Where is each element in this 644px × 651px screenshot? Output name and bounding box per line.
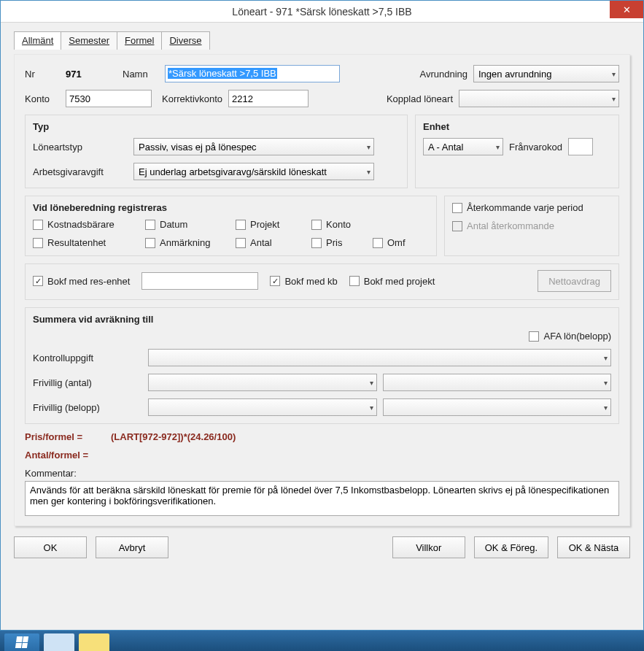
arbetsgivaravgift-label: Arbetsgivaravgift (33, 166, 128, 177)
chk-aterkommande[interactable]: Återkommande varje period (452, 202, 583, 213)
chevron-down-icon: ▾ (370, 404, 373, 412)
task-icon-2[interactable] (79, 633, 109, 651)
tab-diverse[interactable]: Diverse (161, 31, 209, 50)
kontrolluppgift-label: Kontrolluppgift (33, 353, 142, 363)
titlebar: Löneart - 971 *Särsk löneskatt >7,5 IBB … (1, 1, 643, 23)
chevron-down-icon: ▾ (367, 143, 371, 151)
footer-buttons: OK Avbryt Villkor OK & Föreg. OK & Nästa (14, 536, 630, 558)
namn-input-text: *Särsk löneskatt >7,5 IBB (168, 68, 277, 79)
tab-diverse-label: Diverse (169, 35, 201, 46)
chevron-down-icon: ▾ (604, 379, 608, 387)
bokf-resenhet-input[interactable] (141, 272, 258, 290)
close-button[interactable]: ✕ (610, 1, 643, 18)
konto-input[interactable] (66, 90, 152, 107)
frivillig-belopp-combo-2[interactable]: ▾ (383, 398, 612, 416)
korrkonto-input[interactable] (228, 90, 309, 107)
kontrolluppgift-combo[interactable]: ▾ (148, 349, 611, 366)
tab-formel[interactable]: Formel (117, 31, 162, 50)
frivillig-belopp-label: Frivillig (belopp) (33, 402, 142, 413)
avbryt-button[interactable]: Avbryt (96, 536, 168, 558)
vid-group: Vid löneberedning registreras Kostnadsbä… (25, 196, 437, 256)
chevron-down-icon: ▾ (370, 379, 373, 387)
chk-anmarkning[interactable]: Anmärkning (145, 237, 218, 248)
close-icon: ✕ (623, 4, 631, 15)
frivillig-antal-combo-1[interactable]: ▾ (148, 374, 377, 391)
tab-strip: Allmänt Semester Formel Diverse (14, 31, 630, 50)
chk-kostnadsbarare[interactable]: Kostnadsbärare (33, 219, 128, 230)
frivillig-belopp-combo-1[interactable]: ▾ (148, 398, 377, 416)
avrundning-value: Ingen avrundning (478, 69, 551, 80)
windows-icon (15, 636, 28, 648)
tab-semester[interactable]: Semester (61, 31, 117, 50)
kommentar-label: Kommentar: (25, 468, 619, 479)
chk-antal-aterkommande: Antal återkommande (452, 220, 554, 231)
tab-semester-label: Semester (69, 35, 109, 46)
chk-bokf-projekt[interactable]: Bokf med projekt (349, 276, 435, 287)
chk-bokf-resenhet[interactable]: ✓Bokf med res-enhet (33, 276, 130, 287)
chevron-down-icon: ▾ (612, 70, 616, 78)
chk-datum[interactable]: Datum (145, 219, 218, 230)
chevron-down-icon: ▾ (612, 95, 616, 103)
chevron-down-icon: ▾ (496, 143, 500, 151)
typ-title: Typ (33, 121, 400, 132)
franvarokod-label: Frånvarokod (509, 142, 562, 153)
nettoavdrag-button: Nettoavdrag (538, 270, 611, 292)
chk-resultatenhet[interactable]: Resultatenhet (33, 237, 128, 248)
ok-nasta-button[interactable]: OK & Nästa (557, 536, 630, 558)
window-title: Löneart - 971 *Särsk löneskatt >7,5 IBB (1, 6, 643, 18)
loneartstyp-value: Passiv, visas ej på lönespec (139, 142, 257, 153)
antalformel-label: Antal/formel = (25, 450, 88, 461)
taskbar (0, 631, 644, 651)
chk-projekt[interactable]: Projekt (236, 219, 294, 230)
tab-allmant-label: Allmänt (22, 35, 53, 46)
kommentar-textarea[interactable] (25, 481, 619, 516)
aterkommande-group: Återkommande varje period Antal återkomm… (444, 196, 619, 256)
loneartstyp-label: Löneartstyp (33, 142, 128, 153)
tab-panel: Nr 971 Namn *Särsk löneskatt >7,5 IBB Av… (14, 54, 630, 526)
chevron-down-icon: ▾ (604, 404, 608, 412)
vid-title: Vid löneberedning registreras (33, 202, 429, 213)
chk-omf[interactable]: Omf (373, 237, 406, 248)
kopplad-label: Kopplad löneart (387, 93, 453, 104)
prisformel-value: (LART[972-972])*(24.26/100) (111, 431, 236, 442)
kopplad-combo[interactable]: ▾ (459, 90, 619, 107)
ok-button[interactable]: OK (14, 536, 87, 558)
dialog-window: Löneart - 971 *Särsk löneskatt >7,5 IBB … (0, 0, 644, 631)
namn-label: Namn (123, 69, 159, 80)
enhet-combo[interactable]: A - Antal ▾ (423, 138, 503, 155)
summera-group: Summera vid avräkning till AFA lön(belop… (25, 307, 619, 424)
start-button[interactable] (4, 633, 39, 651)
prisformel-label: Pris/formel = (25, 431, 105, 442)
avrundning-label: Avrundning (419, 69, 468, 80)
summera-title: Summera vid avräkning till (33, 314, 611, 325)
namn-input[interactable]: *Särsk löneskatt >7,5 IBB (165, 65, 340, 82)
loneartstyp-combo[interactable]: Passiv, visas ej på lönespec ▾ (133, 138, 374, 155)
nr-value: 971 (66, 69, 117, 80)
chevron-down-icon: ▾ (367, 168, 371, 176)
chk-konto[interactable]: Konto (311, 219, 351, 230)
task-icon-1[interactable] (44, 633, 74, 651)
korrkonto-label: Korrektivkonto (162, 93, 222, 104)
tab-allmant[interactable]: Allmänt (14, 31, 61, 50)
villkor-button[interactable]: Villkor (392, 536, 465, 558)
frivillig-antal-label: Frivillig (antal) (33, 377, 142, 388)
chk-bokf-kb[interactable]: ✓Bokf med kb (270, 276, 337, 287)
chk-antal[interactable]: Antal (236, 237, 294, 248)
enhet-group: Enhet A - Antal ▾ Frånvarokod (415, 115, 619, 188)
arbetsgivaravgift-value: Ej underlag arbetsgivaravg/särskild löne… (139, 166, 327, 177)
enhet-value: A - Antal (428, 142, 463, 153)
typ-group: Typ Löneartstyp Passiv, visas ej på löne… (25, 115, 408, 188)
tab-formel-label: Formel (125, 35, 154, 46)
konto-label: Konto (25, 93, 60, 104)
nr-label: Nr (25, 69, 60, 80)
content-area: Allmänt Semester Formel Diverse Nr 971 N… (1, 23, 643, 630)
chk-afa[interactable]: AFA lön(belopp) (529, 331, 611, 342)
bokf-group: ✓Bokf med res-enhet ✓Bokf med kb Bokf me… (25, 263, 619, 300)
chk-pris[interactable]: Pris (311, 237, 355, 248)
arbetsgivaravgift-combo[interactable]: Ej underlag arbetsgivaravg/särskild löne… (133, 163, 374, 180)
franvarokod-input[interactable] (568, 138, 593, 155)
ok-foreg-button[interactable]: OK & Föreg. (474, 536, 548, 558)
avrundning-combo[interactable]: Ingen avrundning ▾ (473, 65, 619, 82)
enhet-title: Enhet (423, 121, 611, 132)
frivillig-antal-combo-2[interactable]: ▾ (383, 374, 612, 391)
